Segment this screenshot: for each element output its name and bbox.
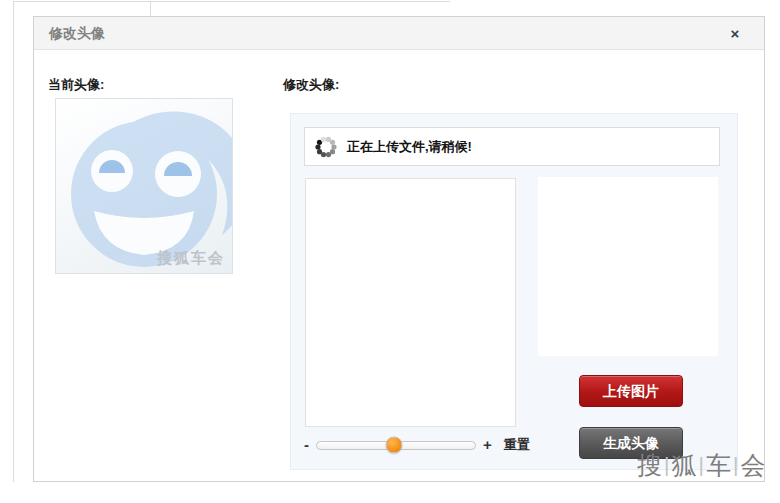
site-watermark: 搜|狐|车|会 bbox=[637, 449, 766, 482]
dialog-title: 修改头像 bbox=[49, 17, 105, 50]
watermark-char: 会 bbox=[740, 451, 766, 479]
watermark-char: 车 bbox=[706, 451, 732, 479]
zoom-slider-row: - + 重置 bbox=[304, 436, 554, 454]
upload-status-text: 正在上传文件,请稍候! bbox=[347, 138, 472, 156]
background-page-top-edge bbox=[13, 1, 450, 2]
avatar-image-watermark: 搜狐车会 bbox=[157, 249, 225, 268]
watermark-char: 搜 bbox=[637, 451, 663, 479]
avatar-editor-panel: 正在上传文件,请稍候! - + 重置 上传图片 生成头像 bbox=[290, 113, 738, 470]
loading-spinner-icon bbox=[315, 136, 337, 158]
slider-handle[interactable] bbox=[386, 437, 403, 454]
watermark-separator: | bbox=[697, 453, 705, 476]
zoom-out-button[interactable]: - bbox=[304, 437, 309, 453]
upload-image-button[interactable]: 上传图片 bbox=[579, 375, 683, 407]
upload-status-bar: 正在上传文件,请稍候! bbox=[304, 127, 720, 166]
avatar-preview-area bbox=[538, 177, 718, 356]
zoom-in-button[interactable]: + bbox=[483, 437, 492, 453]
dialog-header: 修改头像 × bbox=[34, 17, 764, 50]
close-icon[interactable]: × bbox=[726, 25, 744, 43]
watermark-char: 狐 bbox=[671, 451, 697, 479]
editor-label: 修改头像: bbox=[283, 76, 339, 94]
background-page-left-edge bbox=[13, 1, 14, 482]
background-tab-divider bbox=[150, 1, 151, 16]
crop-area bbox=[305, 178, 516, 427]
reset-button[interactable]: 重置 bbox=[504, 436, 530, 454]
sohu-mascot-icon bbox=[56, 99, 232, 273]
current-avatar-image: 搜狐车会 bbox=[55, 98, 233, 274]
modify-avatar-dialog: 修改头像 × 当前头像: 修改头像: 搜狐车会 bbox=[33, 16, 765, 482]
current-avatar-label: 当前头像: bbox=[48, 76, 104, 94]
zoom-slider-track[interactable] bbox=[316, 441, 476, 450]
